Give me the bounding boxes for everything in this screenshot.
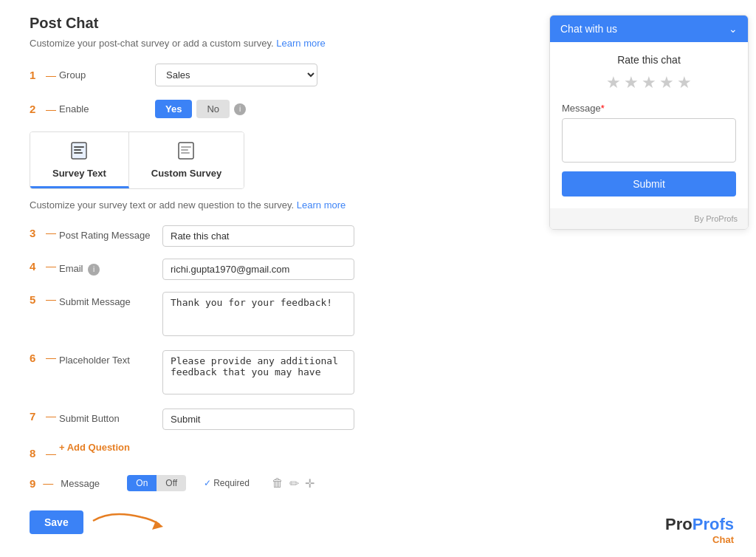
svg-rect-2 xyxy=(74,149,81,151)
survey-learn-more-link[interactable]: Learn more xyxy=(297,199,346,211)
required-label: Required xyxy=(213,478,250,488)
field-dash-3: — xyxy=(46,227,56,239)
email-info-icon[interactable]: i xyxy=(88,264,100,276)
yes-button[interactable]: Yes xyxy=(155,100,192,118)
chat-message-input[interactable] xyxy=(562,118,736,163)
group-select[interactable]: Sales xyxy=(155,64,317,86)
post-rating-input[interactable] xyxy=(162,225,354,247)
page-title: Post Chat xyxy=(30,15,520,32)
chat-chevron-icon[interactable]: ⌄ xyxy=(729,23,738,35)
proprofs-logo: ProProfs Chat xyxy=(665,515,734,545)
placeholder-text-label: Placeholder Text xyxy=(59,350,162,366)
row-dash-1: — xyxy=(46,69,56,81)
chat-submit-button[interactable]: Submit xyxy=(562,171,736,197)
chat-footer: By ProProfs xyxy=(550,208,748,229)
star-2-icon[interactable]: ★ xyxy=(624,73,639,92)
drag-icon[interactable]: ✛ xyxy=(305,476,315,491)
star-3-icon[interactable]: ★ xyxy=(642,73,656,92)
add-question-button[interactable]: + Add Question xyxy=(59,442,130,453)
tabs-container: Survey Text Custom Survey xyxy=(30,131,244,189)
svg-rect-5 xyxy=(181,146,191,148)
field-number-3: 3 xyxy=(30,227,43,239)
survey-description: Customize your survey text or add new qu… xyxy=(30,199,520,211)
row-dash-2: — xyxy=(46,103,56,115)
tab-survey-text[interactable]: Survey Text xyxy=(30,132,129,188)
submit-message-textarea[interactable]: Thank you for your feedback! xyxy=(162,292,354,336)
field-dash-5: — xyxy=(46,293,56,305)
no-button[interactable]: No xyxy=(196,100,230,118)
field-number-5: 5 xyxy=(30,293,43,306)
message-row-dash: — xyxy=(43,477,53,489)
post-rating-label: Post Rating Message xyxy=(59,225,162,241)
svg-rect-3 xyxy=(74,152,83,154)
message-row-label: Message xyxy=(61,478,120,489)
survey-text-icon xyxy=(69,141,89,165)
field-number-6: 6 xyxy=(30,352,43,364)
star-5-icon[interactable]: ★ xyxy=(677,73,692,92)
enable-info-icon[interactable]: i xyxy=(234,103,246,115)
field-dash-6: — xyxy=(46,352,56,363)
submit-message-label: Submit Message xyxy=(59,292,162,307)
delete-icon[interactable]: 🗑 xyxy=(272,476,284,490)
submit-button-label: Submit Button xyxy=(59,409,162,424)
custom-survey-icon xyxy=(176,141,196,165)
chat-header-title: Chat with us xyxy=(560,23,617,35)
email-label: Email i xyxy=(59,259,162,276)
chat-widget: Chat with us ⌄ Rate this chat ★ ★ ★ ★ ★ … xyxy=(549,15,749,230)
message-row-number: 9 xyxy=(30,477,35,490)
svg-rect-1 xyxy=(74,146,84,148)
submit-button-input[interactable] xyxy=(162,409,354,430)
page-subtitle: Customize your post-chat survey or add a… xyxy=(30,38,520,49)
field-dash-4: — xyxy=(46,260,56,272)
chat-header: Chat with us ⌄ xyxy=(550,16,748,42)
check-icon: ✓ xyxy=(204,478,211,488)
required-star: * xyxy=(601,103,605,114)
field-number-4: 4 xyxy=(30,260,43,273)
chat-message-label: Message xyxy=(562,103,601,114)
field-dash-7: — xyxy=(46,410,56,422)
add-question-dash: — xyxy=(46,448,56,459)
learn-more-link[interactable]: Learn more xyxy=(276,38,325,49)
edit-icon[interactable]: ✏ xyxy=(289,476,299,491)
row-number-1: 1 xyxy=(30,69,43,81)
email-input[interactable] xyxy=(162,259,354,280)
enable-label: Enable xyxy=(59,103,148,115)
add-question-number: 8 xyxy=(30,447,43,459)
svg-rect-6 xyxy=(181,149,188,151)
tab-survey-text-label: Survey Text xyxy=(52,168,106,179)
save-button[interactable]: Save xyxy=(30,510,83,534)
field-number-7: 7 xyxy=(30,410,43,423)
chat-rate-title: Rate this chat xyxy=(562,54,736,66)
off-button[interactable]: Off xyxy=(157,475,186,491)
group-label: Group xyxy=(59,69,148,81)
star-4-icon[interactable]: ★ xyxy=(659,73,674,92)
tab-custom-survey[interactable]: Custom Survey xyxy=(129,132,244,188)
row-number-2: 2 xyxy=(30,103,43,115)
svg-rect-7 xyxy=(181,152,190,154)
star-1-icon[interactable]: ★ xyxy=(606,73,621,92)
placeholder-text-textarea[interactable]: Please provide any additional feedback t… xyxy=(162,350,354,394)
on-button[interactable]: On xyxy=(127,475,157,491)
tab-custom-survey-label: Custom Survey xyxy=(151,168,221,179)
